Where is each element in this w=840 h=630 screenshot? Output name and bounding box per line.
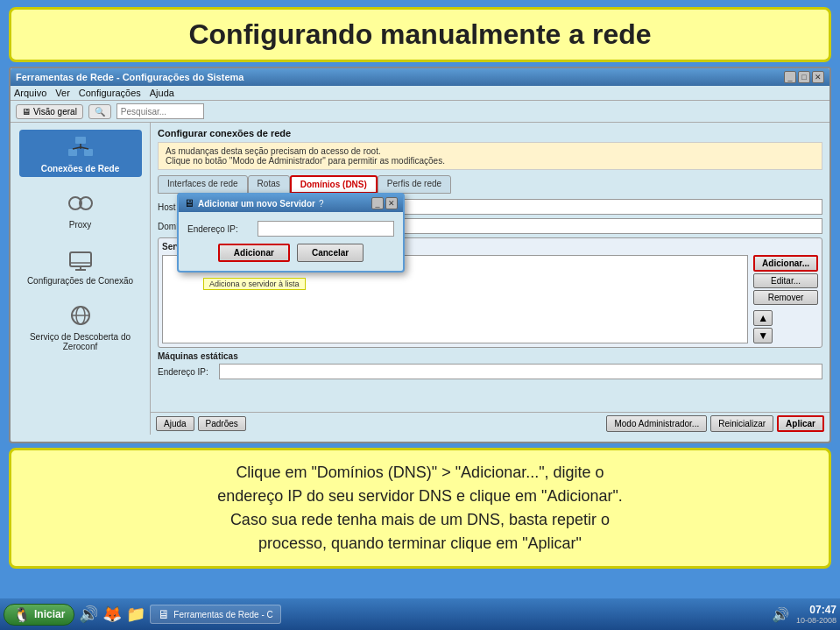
admin-mode-button[interactable]: Modo Administrador... bbox=[606, 415, 707, 432]
warning-box: As mudanças desta seção precisam do aces… bbox=[158, 142, 822, 170]
dialog-icon: 🖥 bbox=[184, 197, 194, 209]
warning-line1: As mudanças desta seção precisam do aces… bbox=[166, 146, 815, 156]
dialog-title: Adicionar um novo Servidor bbox=[198, 199, 315, 209]
overview-button[interactable]: 🖥 Visão geral bbox=[16, 104, 83, 119]
dialog-close-button[interactable]: ✕ bbox=[385, 197, 398, 209]
proxy-icon bbox=[67, 189, 95, 217]
svg-rect-2 bbox=[84, 149, 93, 156]
sidebar-item-proxy[interactable]: Proxy bbox=[19, 186, 142, 233]
clock-date: 10-08-2008 bbox=[796, 616, 836, 625]
maximize-button[interactable]: □ bbox=[798, 71, 810, 83]
dialog-minimize-button[interactable]: _ bbox=[371, 197, 384, 209]
ip-row: Endereço IP: bbox=[158, 364, 822, 379]
search-icon: 🔍 bbox=[95, 107, 105, 117]
description-line4: processo, quando terminar clique em "Apl… bbox=[258, 534, 582, 552]
overview-icon: 🖥 bbox=[22, 107, 31, 117]
edit-server-button[interactable]: Editar... bbox=[753, 273, 818, 288]
apply-button[interactable]: Aplicar bbox=[777, 415, 824, 432]
svg-line-4 bbox=[73, 147, 81, 149]
zeroconf-icon bbox=[67, 301, 95, 329]
remove-server-button[interactable]: Remover bbox=[753, 290, 818, 305]
svg-rect-1 bbox=[68, 149, 77, 156]
minimize-button[interactable]: _ bbox=[784, 71, 796, 83]
network-icon bbox=[67, 133, 95, 161]
window-controls: _ □ ✕ bbox=[784, 71, 824, 83]
sidebar-label-network: Conexões de Rede bbox=[41, 164, 119, 173]
taskbar-icon-2[interactable]: 🦊 bbox=[102, 604, 123, 625]
dialog-controls: _ ✕ bbox=[371, 197, 398, 209]
taskbar-task[interactable]: 🖥 Ferramentas de Rede - C bbox=[150, 605, 280, 624]
description-line1: Clique em "Domínios (DNS)" > "Adicionar.… bbox=[236, 464, 604, 481]
menu-ver[interactable]: Ver bbox=[55, 88, 70, 98]
tab-rotas[interactable]: Rotas bbox=[248, 175, 290, 194]
tab-dns[interactable]: Domínios (DNS) bbox=[290, 175, 378, 194]
description-line3: Caso sua rede tenha mais de um DNS, bast… bbox=[230, 511, 610, 528]
search-button[interactable]: 🔍 bbox=[88, 104, 111, 119]
move-down-button[interactable]: ▼ bbox=[753, 328, 773, 343]
dialog-ip-row: Endereço IP: bbox=[187, 221, 394, 237]
tab-perfis[interactable]: Perfis de rede bbox=[378, 175, 451, 194]
dialog-question-icon: ? bbox=[319, 199, 324, 209]
description-text: Clique em "Domínios (DNS)" > "Adicionar.… bbox=[29, 461, 811, 556]
volume-icon[interactable]: 🔊 bbox=[772, 606, 789, 623]
taskbar-quick-launch: 🔊 🦊 📁 bbox=[78, 604, 146, 625]
taskbar-icon-1[interactable]: 🔊 bbox=[78, 604, 99, 625]
machines-label: Máquinas estáticas bbox=[158, 351, 822, 361]
sidebar: Conexões de Rede Proxy Configurações de … bbox=[11, 123, 151, 435]
add-server-dialog: 🖥 Adicionar um novo Servidor ? _ ✕ Ender… bbox=[177, 193, 405, 273]
window-titlebar: Ferramentas de Rede - Configurações do S… bbox=[11, 68, 829, 86]
sidebar-label-zeroconf: Serviço de Descoberta do Zeroconf bbox=[23, 332, 138, 351]
sidebar-label-connection: Configurações de Conexão bbox=[27, 276, 133, 286]
menu-ajuda[interactable]: Ajuda bbox=[150, 88, 174, 98]
toolbar: 🖥 Visão geral 🔍 bbox=[11, 101, 829, 123]
close-button[interactable]: ✕ bbox=[812, 71, 824, 83]
sidebar-item-network[interactable]: Conexões de Rede bbox=[19, 130, 142, 177]
taskbar-right: 🔊 07:47 10-08-2008 bbox=[772, 604, 836, 625]
dialog-tooltip: Adiciona o servidor à lista bbox=[203, 278, 306, 290]
description-line2: endereço IP do seu servidor DNS e clique… bbox=[217, 487, 623, 505]
taskbar-task-label: Ferramentas de Rede - C bbox=[173, 610, 272, 619]
description-box: Clique em "Domínios (DNS)" > "Adicionar.… bbox=[9, 448, 831, 569]
title-banner: Configurando manualmente a rede bbox=[9, 7, 831, 62]
menu-configuracoes[interactable]: Configurações bbox=[79, 88, 141, 98]
svg-rect-9 bbox=[70, 252, 91, 266]
menu-arquivo[interactable]: Arquivo bbox=[14, 88, 46, 98]
help-button[interactable]: Ajuda bbox=[156, 416, 194, 431]
sidebar-item-zeroconf[interactable]: Serviço de Descoberta do Zeroconf bbox=[19, 298, 142, 355]
taskbar-icon-3[interactable]: 📁 bbox=[125, 604, 146, 625]
dialog-buttons: Adicionar Cancelar bbox=[187, 244, 394, 262]
defaults-button[interactable]: Padrões bbox=[198, 416, 246, 431]
panel-title: Configurar conexões de rede bbox=[158, 128, 822, 138]
taskbar-task-icon: 🖥 bbox=[158, 607, 170, 621]
dialog-ip-input[interactable] bbox=[258, 221, 394, 237]
taskbar: 🐧 Iniciar 🔊 🦊 📁 🖥 Ferramentas de Rede - … bbox=[0, 598, 840, 630]
add-server-button[interactable]: Adicionar... bbox=[753, 255, 818, 272]
connection-icon bbox=[67, 245, 95, 273]
start-button[interactable]: 🐧 Iniciar bbox=[4, 604, 74, 626]
sidebar-item-connection[interactable]: Configurações de Conexão bbox=[19, 242, 142, 289]
main-panel: Configurar conexões de rede As mudanças … bbox=[151, 123, 829, 435]
warning-line2: Clique no botão "Modo de Administrador" … bbox=[166, 156, 815, 166]
dialog-cancel-button[interactable]: Cancelar bbox=[297, 244, 364, 262]
start-label: Iniciar bbox=[34, 608, 65, 620]
search-input[interactable] bbox=[116, 103, 204, 119]
reset-button[interactable]: Reinicializar bbox=[710, 415, 773, 432]
tab-interfaces[interactable]: Interfaces de rede bbox=[158, 175, 248, 194]
tabs-container: Interfaces de rede Rotas Domínios (DNS) … bbox=[158, 175, 822, 194]
move-up-button[interactable]: ▲ bbox=[753, 310, 773, 326]
dialog-overlay: 🖥 Adicionar um novo Servidor ? _ ✕ Ender… bbox=[177, 193, 405, 273]
svg-line-5 bbox=[81, 147, 88, 149]
sidebar-label-proxy: Proxy bbox=[69, 220, 92, 230]
title-text: Configurando manualmente a rede bbox=[29, 18, 811, 51]
bottom-right: Modo Administrador... Reinicializar Apli… bbox=[606, 415, 824, 432]
clock-time: 07:47 bbox=[796, 604, 836, 616]
ip-label: Endereço IP: bbox=[158, 367, 219, 377]
bottom-bar: Ajuda Padrões Modo Administrador... Rein… bbox=[151, 412, 829, 435]
dialog-add-button[interactable]: Adicionar bbox=[218, 244, 290, 262]
clock-area: 07:47 10-08-2008 bbox=[796, 604, 836, 625]
window-title: Ferramentas de Rede - Configurações do S… bbox=[16, 72, 244, 82]
bottom-left: Ajuda Padrões bbox=[156, 416, 246, 431]
dialog-ip-label: Endereço IP: bbox=[187, 224, 258, 234]
start-icon: 🐧 bbox=[13, 606, 31, 623]
ip-input[interactable] bbox=[219, 364, 822, 379]
